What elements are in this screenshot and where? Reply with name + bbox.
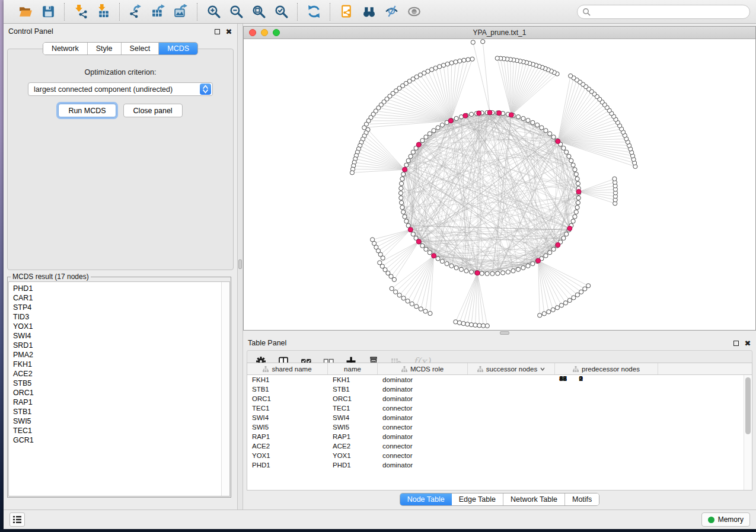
mcds-hub-node: [416, 142, 421, 147]
export-table-icon: [151, 4, 166, 19]
zoom-selected-button[interactable]: [272, 3, 290, 21]
search-input[interactable]: [591, 8, 745, 16]
cell-predecessor_nodes: 0: [487, 375, 590, 490]
splitter-handle[interactable]: [500, 331, 509, 335]
cell-name: PHD1: [328, 462, 378, 469]
mcds-result-item[interactable]: STB1: [13, 407, 229, 416]
import-table-icon: [96, 4, 111, 19]
cell-shared_name: SWI4: [247, 414, 328, 421]
bottom-tab-node-table[interactable]: Node Table: [400, 493, 452, 505]
mcds-hub-node: [576, 190, 581, 194]
mcds-result-item[interactable]: ORC1: [13, 388, 229, 398]
mcds-result-item[interactable]: SRD1: [13, 341, 229, 350]
table-scrollbar[interactable]: [744, 375, 752, 490]
search-binoculars-button[interactable]: [360, 3, 378, 21]
scrollbar-thumb[interactable]: [745, 377, 751, 434]
cell-name: FKH1: [328, 376, 378, 383]
cell-mcds_role: dominator: [378, 386, 468, 393]
zoom-out-button[interactable]: [227, 3, 245, 21]
column-header-predecessor-nodes[interactable]: predecessor nodes: [555, 363, 658, 374]
column-header-name[interactable]: name: [328, 363, 378, 374]
cell-shared_name: ORC1: [247, 395, 328, 402]
status-bar: Memory: [4, 509, 756, 529]
mcds-result-item[interactable]: FKH1: [13, 360, 229, 369]
bottom-tab-network-table[interactable]: Network Table: [503, 493, 565, 505]
result-scrollbar[interactable]: [221, 282, 229, 496]
splitter-handle[interactable]: [238, 259, 242, 269]
export-network-button[interactable]: [127, 3, 145, 21]
mcds-result-item[interactable]: CAR1: [13, 293, 229, 303]
bottom-tab-motifs[interactable]: Motifs: [565, 493, 599, 505]
save-session-button[interactable]: [39, 3, 57, 21]
show-hide-eye-icon: [407, 4, 422, 19]
memory-button[interactable]: Memory: [701, 512, 750, 527]
tab-mcds[interactable]: MCDS: [159, 43, 197, 55]
refresh-layout-button[interactable]: [305, 3, 323, 21]
table-panel-header: Table Panel ✖: [243, 335, 756, 348]
cell-mcds_role: dominator: [378, 414, 468, 421]
dropdown-value: largest connected component (undirected): [28, 85, 200, 94]
import-table-button[interactable]: [94, 3, 112, 21]
task-history-button[interactable]: [9, 512, 25, 527]
table-row[interactable]: PHD1PHD1dominator180: [247, 460, 744, 470]
zoom-fit-button[interactable]: [250, 3, 267, 21]
mcds-hub-node: [567, 226, 572, 231]
run-mcds-button[interactable]: Run MCDS: [58, 104, 116, 117]
close-panel-button[interactable]: Close panel: [123, 104, 183, 117]
zoom-in-button[interactable]: [205, 3, 222, 21]
tab-style[interactable]: Style: [88, 43, 122, 55]
memory-status-icon: [708, 517, 714, 523]
tab-select[interactable]: Select: [122, 43, 160, 55]
table-panel-title: Table Panel: [248, 339, 286, 347]
export-table-button[interactable]: [149, 3, 167, 21]
float-panel-icon[interactable]: [213, 28, 221, 35]
mcds-result-item[interactable]: TID3: [13, 312, 229, 322]
tab-network[interactable]: Network: [43, 43, 88, 55]
mcds-result-item[interactable]: STB5: [13, 379, 229, 388]
mcds-hub-node: [556, 242, 560, 247]
column-header-MCDS-role[interactable]: MCDS role: [378, 363, 468, 374]
main-toolbar: [4, 0, 756, 24]
mcds-result-item[interactable]: RAP1: [13, 398, 229, 407]
open-file-button[interactable]: [17, 3, 34, 21]
search-binoculars-icon: [362, 4, 377, 19]
bottom-tab-edge-table[interactable]: Edge Table: [452, 493, 503, 505]
import-network-button[interactable]: [72, 3, 90, 21]
search-box[interactable]: [577, 5, 750, 19]
mcds-result-item[interactable]: ACE2: [13, 369, 229, 379]
mcds-result-item[interactable]: GCR1: [13, 435, 229, 445]
cell-name: SWI5: [328, 424, 378, 431]
optimization-criterion-dropdown[interactable]: largest connected component (undirected): [28, 82, 213, 96]
table-panel: Table Panel ✖ f(x) shared namenameMCDS r…: [243, 335, 756, 509]
search-icon: [582, 8, 591, 16]
zoom-fit-icon: [251, 4, 266, 19]
cell-mcds_role: dominator: [378, 376, 468, 383]
mcds-result-item[interactable]: TEC1: [13, 426, 229, 435]
export-image-button[interactable]: [172, 3, 190, 21]
toggle-graphics-details-button[interactable]: [382, 3, 400, 21]
close-panel-icon[interactable]: ✖: [744, 339, 751, 347]
float-panel-icon[interactable]: [732, 339, 739, 347]
mcds-result-item[interactable]: PHD1: [13, 284, 229, 293]
mcds-tab-content: Optimization criterion: largest connecte…: [7, 49, 234, 270]
mcds-result-item[interactable]: YOX1: [13, 322, 229, 331]
cell-shared_name: STB1: [247, 386, 328, 393]
close-panel-icon[interactable]: ✖: [225, 28, 232, 35]
cell-mcds_role: dominator: [378, 462, 468, 469]
mcds-result-list[interactable]: PHD1CAR1STP4TID3YOX1SWI4SRD1PMA2FKH1ACE2…: [8, 281, 230, 496]
mcds-result-item[interactable]: SWI4: [13, 331, 229, 341]
network-from-document-button[interactable]: [337, 3, 355, 21]
toggle-graphics-details-icon: [384, 4, 399, 19]
column-header-shared-name[interactable]: shared name: [247, 363, 328, 374]
mcds-result-item[interactable]: PMA2: [13, 350, 229, 360]
network-canvas[interactable]: [244, 39, 755, 330]
cell-shared_name: ACE2: [247, 443, 328, 450]
mcds-result-item[interactable]: SWI5: [13, 416, 229, 426]
cell-mcds_role: connector: [378, 443, 468, 450]
show-hide-eye-button[interactable]: [405, 3, 423, 21]
mcds-hub-node: [403, 167, 407, 172]
vertical-splitter[interactable]: [237, 24, 243, 509]
column-header-successor-nodes[interactable]: successor nodes: [468, 363, 555, 374]
horizontal-splitter[interactable]: [243, 331, 756, 335]
mcds-result-item[interactable]: STP4: [13, 303, 229, 312]
